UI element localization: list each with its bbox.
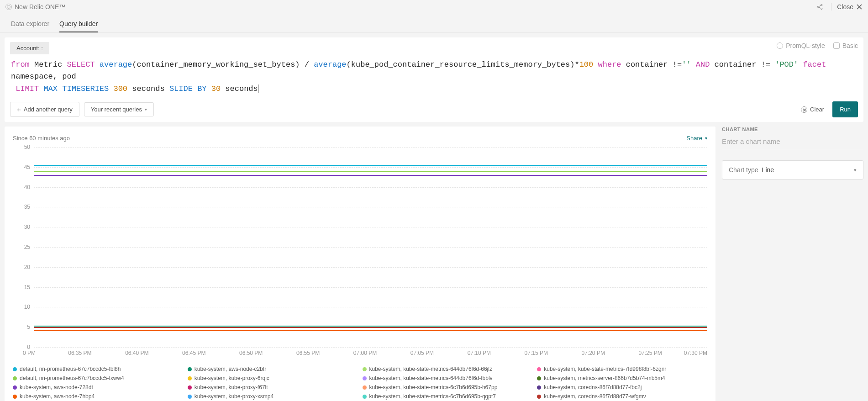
add-another-query-button[interactable]: + Add another query	[10, 102, 79, 117]
chart-name-input[interactable]	[722, 135, 863, 150]
chart-config-panel: CHART NAME Chart type Line ▾	[722, 127, 863, 401]
x-tick: 06:45 PM	[165, 350, 222, 356]
close-label: Close	[837, 3, 853, 11]
y-tick: 5	[16, 324, 30, 330]
legend-item[interactable]: default, nri-prometheus-67c7bccdc5-fbl8h	[13, 364, 183, 374]
legend-label: kube-system, kube-proxy-6rqjc	[195, 375, 269, 381]
legend-label: default, nri-prometheus-67c7bccdc5-fxww4	[20, 375, 124, 381]
x-tick: 07:05 PM	[394, 350, 451, 356]
x-tick: 0 PM	[23, 350, 51, 356]
x-tick: 06:55 PM	[279, 350, 337, 356]
series-line	[34, 171, 707, 172]
legend-swatch	[537, 395, 541, 399]
legend-item[interactable]: kube-system, kube-state-metrics-644db76f…	[363, 364, 533, 374]
svg-point-0	[818, 6, 819, 7]
clear-button[interactable]: Clear	[801, 106, 824, 113]
legend-swatch	[363, 367, 367, 371]
series-line	[34, 165, 707, 166]
legend-swatch	[363, 376, 367, 380]
close-button[interactable]: Close	[837, 3, 863, 11]
svg-point-2	[821, 8, 822, 9]
legend-item[interactable]: kube-system, aws-node-c2btr	[188, 364, 358, 374]
chart-plot[interactable]: 50454035302520151050 0 PM06:35 PM06:40 P…	[13, 147, 707, 356]
legend-label: kube-system, kube-proxy-xsmp4	[195, 393, 274, 400]
legend-item[interactable]: kube-system, kube-proxy-f67lt	[188, 383, 358, 392]
tab-query-builder[interactable]: Query builder	[59, 17, 98, 32]
legend-item[interactable]: kube-system, coredns-86f7d88d77-fbc2j	[537, 383, 707, 392]
chevron-down-icon: ▾	[145, 107, 147, 112]
legend-swatch	[537, 367, 541, 371]
close-icon	[856, 4, 863, 10]
chart-name-label: CHART NAME	[722, 127, 863, 132]
x-tick: 07:00 PM	[337, 350, 394, 356]
clear-label: Clear	[810, 106, 824, 113]
legend-label: kube-system, kube-state-metrics-7fd998f8…	[544, 366, 666, 372]
series-line	[34, 326, 707, 327]
legend-swatch	[13, 385, 17, 390]
share-network-icon[interactable]	[816, 3, 824, 11]
mode-promql[interactable]: PromQL-style	[777, 42, 825, 49]
legend-item[interactable]: kube-system, kube-proxy-xsmp4	[188, 392, 358, 401]
legend-label: default, nri-prometheus-67c7bccdc5-fbl8h	[20, 366, 121, 372]
legend-label: kube-system, coredns-86f7d88d77-wfgmv	[544, 393, 646, 400]
y-tick: 50	[16, 144, 30, 150]
legend-swatch	[13, 376, 17, 380]
mode-basic-label: Basic	[842, 42, 858, 49]
series-line	[34, 327, 707, 328]
legend-swatch	[188, 395, 192, 399]
legend-swatch	[188, 367, 192, 371]
x-tick: 06:35 PM	[51, 350, 108, 356]
legend-swatch	[537, 376, 541, 380]
account-selector[interactable]: Account: :	[10, 42, 49, 54]
chart-type-selector[interactable]: Chart type Line ▾	[722, 160, 863, 179]
legend-label: kube-system, kube-state-metrics-644db76f…	[369, 366, 492, 372]
add-another-query-label: Add another query	[24, 106, 73, 113]
promql-icon	[777, 42, 783, 49]
legend-label: kube-system, kube-proxy-f67lt	[195, 384, 268, 390]
x-tick: 07:15 PM	[508, 350, 565, 356]
legend-label: kube-system, aws-node-c2btr	[195, 366, 266, 372]
legend-item[interactable]: kube-system, kube-state-metrics-7fd998f8…	[537, 364, 707, 374]
run-button[interactable]: Run	[832, 101, 858, 117]
svg-point-1	[821, 4, 822, 5]
time-range-label: Since 60 minutes ago	[13, 135, 70, 142]
clear-icon	[801, 106, 807, 113]
mode-basic[interactable]: Basic	[833, 42, 858, 49]
svg-line-4	[819, 7, 821, 9]
legend-label: kube-system, kube-state-metrics-644db76f…	[369, 375, 493, 381]
legend-item[interactable]: kube-system, coredns-86f7d88d77-wfgmv	[537, 392, 707, 401]
y-tick: 40	[16, 184, 30, 190]
y-tick: 0	[16, 344, 30, 350]
chart-legend: default, nri-prometheus-67c7bccdc5-fbl8h…	[13, 364, 707, 401]
legend-item[interactable]: kube-system, kube-proxy-6rqjc	[188, 374, 358, 383]
tab-data-explorer[interactable]: Data explorer	[11, 17, 49, 32]
y-tick: 45	[16, 164, 30, 170]
legend-item[interactable]: kube-system, aws-node-728dt	[13, 383, 183, 392]
legend-item[interactable]: default, nri-prometheus-67c7bccdc5-fxww4	[13, 374, 183, 383]
legend-item[interactable]: kube-system, kube-state-metrics-6c7b6d69…	[363, 392, 533, 401]
svg-line-3	[819, 5, 821, 7]
legend-swatch	[188, 376, 192, 380]
legend-item[interactable]: kube-system, aws-node-7hbp4	[13, 392, 183, 401]
legend-item[interactable]: kube-system, kube-state-metrics-644db76f…	[363, 374, 533, 383]
legend-swatch	[13, 395, 17, 399]
legend-swatch	[363, 385, 367, 390]
x-tick: 07:10 PM	[451, 350, 508, 356]
basic-icon	[833, 42, 840, 49]
legend-label: kube-system, aws-node-728dt	[20, 384, 93, 390]
share-chart-button[interactable]: Share ▾	[686, 135, 707, 142]
legend-label: kube-system, metrics-server-866b7d5b74-m…	[544, 375, 665, 381]
legend-label: kube-system, aws-node-7hbp4	[20, 393, 95, 400]
legend-swatch	[188, 385, 192, 390]
chevron-down-icon: ▾	[854, 167, 857, 173]
chevron-down-icon: ▾	[705, 136, 707, 141]
series-line	[34, 330, 707, 331]
tab-bar: Data explorer Query builder	[0, 14, 868, 33]
legend-label: kube-system, coredns-86f7d88d77-fbc2j	[544, 384, 642, 390]
recent-queries-button[interactable]: Your recent queries ▾	[84, 102, 154, 116]
chart-type-label: Chart type	[729, 166, 758, 174]
legend-item[interactable]: kube-system, kube-state-metrics-6c7b6d69…	[363, 383, 533, 392]
legend-item[interactable]: kube-system, metrics-server-866b7d5b74-m…	[537, 374, 707, 383]
query-editor[interactable]: from Metric SELECT average(container_mem…	[10, 54, 858, 98]
brand-name: New Relic ONE™	[15, 3, 65, 11]
